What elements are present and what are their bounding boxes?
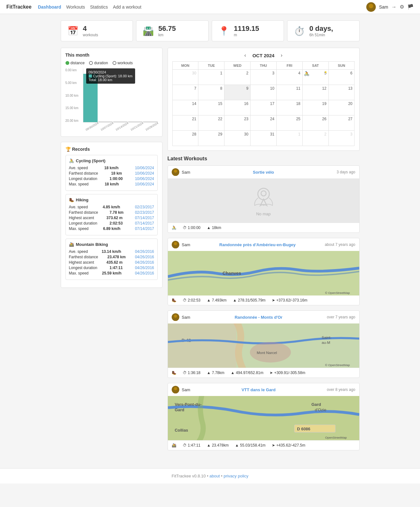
workout-distance-4: ▲ 23.478km bbox=[207, 443, 229, 448]
svg-text:Saint-: Saint- bbox=[321, 335, 331, 339]
record-date[interactable]: 07/14/2017 bbox=[135, 226, 154, 231]
workout-duration-4: ⏱ 1:47:11 bbox=[183, 443, 201, 448]
map-image-4: Vers-Pont-du- Gard Collias Gard d'Ozie D… bbox=[168, 396, 359, 441]
svg-point-5 bbox=[261, 191, 266, 196]
record-value: 13.14 km/h bbox=[102, 249, 121, 254]
record-date[interactable]: 07/14/2017 bbox=[135, 221, 154, 226]
cal-day: 24 bbox=[251, 115, 277, 131]
record-date[interactable]: 10/06/2024 bbox=[135, 171, 154, 176]
workout-title-2[interactable]: Randonnée près d'Ambérieu-en-Bugey bbox=[219, 242, 296, 247]
distance-radio[interactable]: distance bbox=[65, 61, 85, 65]
cal-day: 4 bbox=[277, 70, 303, 85]
record-label: Ave. speed bbox=[69, 205, 88, 209]
user-name-3: Sam bbox=[182, 315, 190, 320]
duration-val: 1:00:00 bbox=[188, 226, 201, 230]
no-map-icon bbox=[251, 185, 276, 211]
workout-title-4[interactable]: VTT dans le Gard bbox=[242, 387, 276, 392]
workout-stats-3: 🥾 ⏱ 1:36:18 ▲ 7.78km ▲ 494.97/652.81m bbox=[168, 368, 359, 378]
stat-workouts: 📅 4 workouts bbox=[61, 20, 133, 41]
record-date[interactable]: 10/06/2024 bbox=[135, 166, 154, 170]
record-label: Farthest distance bbox=[69, 171, 98, 176]
workout-title-1[interactable]: Sortie vélo bbox=[253, 170, 274, 175]
dir-icon-4: ➤ bbox=[272, 443, 275, 448]
calendar-prev[interactable]: ‹ bbox=[244, 52, 246, 58]
workout-duration-2: ⏱ 2:02:53 bbox=[183, 298, 201, 302]
record-date[interactable]: 04/26/2016 bbox=[135, 266, 154, 270]
user-avatar-2 bbox=[172, 241, 179, 248]
record-label: Highest ascent bbox=[69, 260, 94, 265]
record-value: 18 km/h bbox=[104, 166, 119, 170]
cal-day: 3 bbox=[251, 70, 277, 85]
cal-day: 30 bbox=[173, 70, 199, 85]
svg-point-1 bbox=[368, 9, 375, 12]
nav-workouts[interactable]: Workouts bbox=[66, 4, 85, 10]
distance-radio-dot bbox=[65, 61, 69, 65]
duration-val-2: 2:02:53 bbox=[188, 298, 201, 302]
hiking-icon-2: 🥾 bbox=[172, 298, 176, 302]
record-row: Highest ascent 373.62 m 07/14/2017 bbox=[69, 216, 154, 220]
workout-time-4: over 8 years ago bbox=[327, 387, 355, 392]
svg-point-3 bbox=[173, 173, 178, 176]
duration-val-4: 1:47:11 bbox=[188, 443, 201, 448]
record-label: Farthest distance bbox=[69, 210, 98, 215]
x-label-4: 10/21/2024 bbox=[129, 120, 146, 135]
record-value: 1:47:11 bbox=[109, 266, 122, 270]
record-date[interactable]: 10/06/2024 bbox=[135, 182, 154, 186]
logout-icon[interactable]: → bbox=[391, 4, 396, 10]
record-label: Longest duration bbox=[69, 266, 97, 270]
duration-radio[interactable]: duration bbox=[89, 61, 108, 65]
record-date[interactable]: 04/26/2016 bbox=[135, 260, 154, 265]
user-avatar-3 bbox=[172, 313, 179, 321]
navbar-right: Sam → ⚙ 🏴 bbox=[366, 2, 414, 12]
cal-day-num: 30 bbox=[175, 71, 196, 75]
workout-title-3[interactable]: Randonnée - Monts d'Or bbox=[235, 315, 282, 320]
cal-header-sun: SUN bbox=[329, 62, 355, 70]
settings-icon[interactable]: ⚙ bbox=[400, 4, 404, 10]
record-date[interactable]: 02/23/2017 bbox=[135, 210, 154, 215]
flag-icon[interactable]: 🏴 bbox=[407, 4, 414, 10]
mountain-icon-2: ▲ bbox=[207, 298, 211, 302]
record-date[interactable]: 04/26/2016 bbox=[135, 255, 154, 259]
elev-icon-2: ▲ bbox=[233, 298, 237, 302]
cal-day: 19 bbox=[303, 100, 329, 115]
record-row: Ave. speed 13.14 km/h 04/26/2016 bbox=[69, 249, 154, 254]
workout-card-2: Sam Randonnée près d'Ambérieu-en-Bugey a… bbox=[168, 238, 360, 305]
svg-text:© OpenStreetMap: © OpenStreetMap bbox=[325, 363, 350, 366]
record-date[interactable]: 04/26/2016 bbox=[135, 249, 154, 254]
cal-header-sat: SAT bbox=[303, 62, 329, 70]
cal-day: 2 bbox=[224, 70, 251, 85]
workout-direction-4: ➤ +435.62/-427.5m bbox=[272, 443, 305, 448]
cal-day: 27 bbox=[329, 115, 355, 131]
map-image-2: © OpenStreetMap Chanves bbox=[168, 251, 359, 295]
avatar bbox=[366, 2, 376, 12]
nav-add-workout[interactable]: Add a workout bbox=[113, 4, 141, 10]
nav-dashboard[interactable]: Dashboard bbox=[38, 4, 61, 10]
main-content: 📅 4 workouts 🛣️ 56.75 km 📍 1119.15 m ⏱️ … bbox=[54, 14, 366, 462]
record-row: Longest duration 1:00:00 10/06/2024 bbox=[69, 177, 154, 181]
tooltip-color-swatch bbox=[89, 74, 92, 78]
footer-version: v0.8.10 bbox=[192, 474, 206, 478]
footer: FitTrackee v0.8.10 • about • privacy pol… bbox=[0, 468, 420, 483]
cal-day: 17 bbox=[251, 100, 277, 115]
trophy-icon: 🏆 bbox=[65, 147, 71, 152]
tooltip-total: Total: 18.00 km bbox=[89, 78, 133, 82]
footer-privacy-link[interactable]: privacy policy bbox=[224, 474, 248, 478]
cal-day: 12 bbox=[303, 85, 329, 100]
footer-separator-2: • bbox=[221, 474, 224, 478]
stat-duration: ⏱️ 0 days, 6h 51min bbox=[287, 20, 360, 41]
record-date[interactable]: 07/14/2017 bbox=[135, 216, 154, 220]
record-date[interactable]: 02/23/2017 bbox=[135, 205, 154, 209]
workout-header-3: Sam Randonnée - Monts d'Or over 7 years … bbox=[168, 311, 359, 323]
footer-about-link[interactable]: about bbox=[210, 474, 220, 478]
workouts-radio[interactable]: workouts bbox=[113, 61, 133, 65]
record-date[interactable]: 04/26/2016 bbox=[135, 271, 154, 275]
cal-day: 14 bbox=[173, 100, 199, 115]
hiking-label: Hiking bbox=[76, 198, 89, 202]
calendar-next[interactable]: › bbox=[281, 52, 282, 58]
record-date[interactable]: 10/06/2024 bbox=[135, 177, 154, 181]
nav-statistics[interactable]: Statistics bbox=[90, 4, 108, 10]
cal-header-wed: WED bbox=[224, 62, 251, 70]
record-row: Max. speed 18 km/h 10/06/2024 bbox=[69, 182, 154, 186]
record-label: Longest duration bbox=[69, 177, 97, 181]
y-label-4: 15.00 km bbox=[65, 106, 83, 110]
